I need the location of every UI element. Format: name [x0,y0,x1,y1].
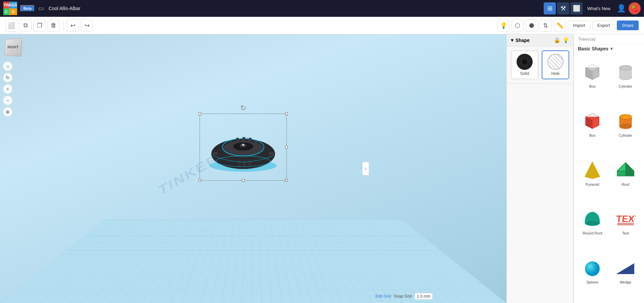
round-roof-visual [581,206,604,230]
wedge-visual [614,255,637,279]
bulb-btn[interactable]: 💡 [562,37,569,43]
shapes-category-label: Basic Shapes [578,46,608,51]
shape-item-text[interactable]: TEXT Text [610,204,642,251]
orient-cube[interactable]: RIGHT [4,38,24,58]
duplicate-btn[interactable]: ⧉ [19,19,32,32]
export-button[interactable]: Export [592,20,615,30]
view-controls: ⌂ ↻ + − ⊕ [3,61,13,117]
toolbar-divider [63,20,63,31]
rotate-view-btn[interactable]: ↻ [3,73,13,83]
svg-rect-12 [212,152,218,155]
hole-label: Hole [551,71,560,76]
svg-point-24 [620,66,632,70]
whats-new-button[interactable]: What's New [584,4,614,13]
shape-item-box-gray[interactable]: Box [577,57,608,104]
chevron-expand[interactable]: › [362,162,369,175]
box-red-visual [581,109,604,132]
shape-item-cylinder-orange[interactable]: Cylinder [610,106,642,154]
top-nav: TIN KER C D Beta ▭ Cool Allis-Albar ⊞ ⚒ … [0,0,644,17]
shape-item-box-red[interactable]: Box [577,106,608,154]
copy-btn[interactable]: ❐ [34,19,46,32]
logo-tin: TIN [3,2,9,8]
svg-point-30 [620,115,632,119]
ruler-btn[interactable]: 📏 [554,19,566,32]
shapes-sidebar: Tinkercad Basic Shapes ▾ Box [574,34,644,303]
delete-btn[interactable]: 🗑 [48,19,60,32]
shapes-category[interactable]: Basic Shapes ▾ [574,45,644,54]
collapse-icon[interactable]: ▾ [511,37,514,43]
box-red-label: Box [589,133,596,137]
mirror-btn[interactable]: ⇅ [540,19,552,32]
shapes-dropdown-icon[interactable]: ▾ [610,46,612,51]
shape-item-wedge[interactable]: Wedge [610,253,642,300]
doc-title: Cool Allis-Albar [49,6,80,11]
svg-point-29 [620,124,632,129]
shape-panel: ▾ Shape 🔒 💡 Solid Hole [506,34,574,303]
light-btn[interactable]: 💡 [497,19,509,32]
edit-grid-link[interactable]: Edit Grid [375,294,391,299]
svg-rect-38 [617,223,634,225]
svg-point-5 [242,144,244,146]
shape-panel-header: ▾ Shape 🔒 💡 [507,34,573,46]
share-button[interactable]: Share [617,20,639,30]
grid-view-btn[interactable]: ⊞ [544,2,556,14]
solid-button[interactable]: Solid [511,50,538,79]
new-btn[interactable]: ⬜ [5,19,17,32]
raspberry-btn[interactable]: 🍓 [629,2,641,14]
undo-btn[interactable]: ↩ [67,19,79,32]
handle-rm[interactable] [285,146,288,148]
svg-point-39 [585,261,600,276]
hole-button[interactable]: Hole [542,50,569,79]
object-container: ↻ [200,114,287,181]
perspective-btn[interactable]: ⬡ [512,19,524,32]
transform-btn[interactable]: ⬜ [571,2,583,14]
handle-bm[interactable] [242,179,245,182]
shape-item-sphere[interactable]: Sphere [577,253,608,300]
wedge-label: Wedge [620,280,631,284]
redo-btn[interactable]: ↪ [81,19,93,32]
shape-item-pyramid[interactable]: Pyramid [577,155,608,203]
snap-value[interactable]: 1.0 mm [415,293,433,300]
shape-item-round-roof[interactable]: Round Roof [577,204,608,251]
beta-badge[interactable]: Beta [20,5,35,12]
import-button[interactable]: Import [568,20,590,30]
svg-rect-15 [243,160,246,167]
nav-icons: ⊞ ⚒ ⬜ What's New 👤 🍓 [544,2,641,14]
logo: TIN KER C D [3,2,17,15]
svg-text:TEXT: TEXT [616,214,636,224]
logo-d: D [9,8,17,15]
shape-panel-title: Shape [516,38,552,43]
cylinder-gray-label: Cylinder [619,84,632,88]
box-gray-label: Box [589,84,596,88]
selection-box: ↻ [200,114,287,181]
handle-br[interactable] [285,179,288,182]
main-content: TINKERCAD RIGHT ⌂ ↻ + − ⊕ ↻ [0,34,644,303]
box-gray-visual [581,59,604,83]
handle-tl[interactable] [199,113,201,115]
zoom-out-btn[interactable]: − [3,95,13,105]
user-btn[interactable]: 👤 [615,2,627,14]
viewport[interactable]: TINKERCAD RIGHT ⌂ ↻ + − ⊕ ↻ [0,34,506,303]
rotate-handle[interactable]: ↻ [240,104,246,113]
roof-label: Roof [622,182,629,186]
doc-icon: ▭ [38,5,44,12]
orient-cube-label: RIGHT [4,38,22,57]
main-toolbar: ⬜ ⧉ ❐ 🗑 ↩ ↪ 💡 ⬡ ⬣ ⇅ 📏 Import Export Shar… [0,17,644,34]
hole-circle [547,54,564,70]
settings-btn[interactable]: ⚒ [557,2,569,14]
shape-item-roof[interactable]: Roof [610,155,642,203]
handle-bl[interactable] [199,179,201,182]
snap-bar: Edit Grid Snap Grid 1.0 mm [375,293,433,300]
pyramid-label: Pyramid [586,182,599,186]
home-view-btn[interactable]: ⌂ [3,61,13,71]
text-label: Text [622,231,629,235]
svg-rect-16 [248,160,251,166]
fit-view-btn[interactable]: ⊕ [3,107,13,117]
view3d-btn[interactable]: ⬣ [526,19,538,32]
shape-item-cylinder-gray[interactable]: Cylinder [610,57,642,104]
handle-tr[interactable] [285,113,288,115]
solid-label: Solid [520,71,529,76]
lock-btn[interactable]: 🔒 [554,37,560,43]
zoom-in-btn[interactable]: + [3,84,13,94]
toolbar-right: 💡 ⬡ ⬣ ⇅ 📏 Import Export Share [497,19,639,32]
